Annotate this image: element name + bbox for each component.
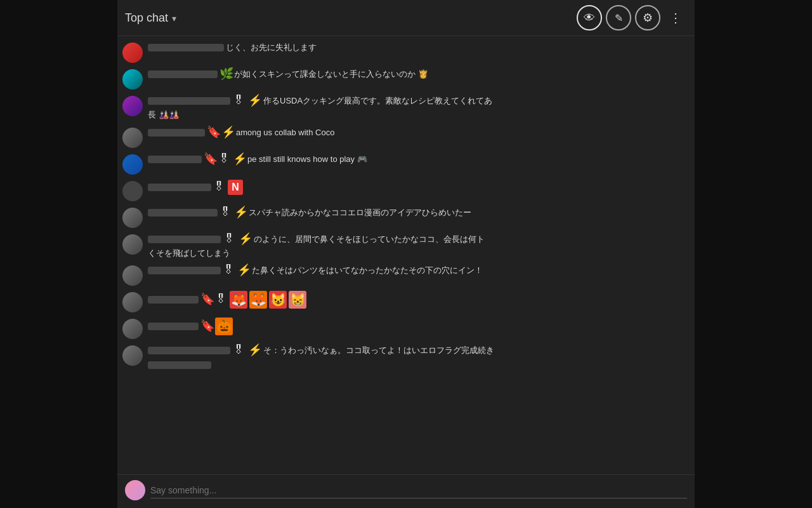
chat-header: Top chat ▾ 👁 ✎ ⚙ ⋮: [117, 0, 695, 36]
sticker-badge: 🦊: [249, 291, 267, 309]
sticker-badge: 😸: [289, 291, 306, 309]
avatar: [122, 128, 143, 148]
table-row: 🌿 が如くスキンって課金しないと手に入らないのか 👸: [117, 65, 695, 92]
chat-input-area: [117, 474, 695, 508]
edit-button[interactable]: ✎: [606, 5, 631, 30]
chat-input-row: [125, 480, 687, 500]
badge-icon: 🎖: [223, 233, 236, 246]
username-blur: [148, 347, 230, 354]
more-icon: ⋮: [669, 10, 683, 25]
badge-icon: ⚡: [234, 206, 247, 219]
table-row: 🔖 🎃: [117, 315, 695, 342]
badge-icon: 🎖: [213, 181, 226, 194]
table-row: 🎖 ⚡ のように、居間で鼻くそをほじっていたかなココ、会長は何ト くそを飛ばして…: [117, 231, 695, 262]
badge-icon: 🎖: [219, 206, 232, 219]
header-actions: 👁 ✎ ⚙ ⋮: [577, 5, 687, 30]
message-text-2: 長 🎎🎎: [148, 110, 179, 119]
username-blur: [148, 296, 199, 304]
chat-panel: Top chat ▾ 👁 ✎ ⚙ ⋮ じく、お先に失礼します: [117, 0, 695, 508]
username-blur: [148, 97, 230, 105]
badge-icon: 🎖: [223, 264, 235, 277]
message-content: 🔖 ⚡ among us collab with Coco: [148, 126, 687, 139]
sticker-badge: 🦊: [230, 291, 247, 309]
message-content: 🎖 ⚡ た鼻くそはパンツをはいてなかったかなたその下の穴にイン！: [148, 264, 687, 277]
table-row: 🎖 N: [117, 177, 695, 204]
avatar: [122, 234, 143, 255]
table-row: じく、お先に失礼します: [117, 39, 695, 65]
badge-icon: ⚡: [237, 264, 250, 277]
chat-title-dropdown[interactable]: Top chat ▾: [125, 11, 176, 25]
username-blur: [148, 209, 218, 217]
message-text: そ：うわっ汚いなぁ。ココ取ってよ！はいエロフラグ完成続き: [263, 344, 494, 357]
badge-icon: 🔖: [207, 126, 219, 139]
message-text: じく、お先に失礼します: [226, 41, 317, 54]
badge-icon: 🔖: [200, 293, 213, 306]
badge-icon: 🌿: [219, 68, 232, 81]
username-blur: [148, 323, 199, 330]
message-text: が如くスキンって課金しないと手に入らないのか 👸: [234, 68, 428, 81]
username-blur: [148, 44, 224, 51]
table-row: 🔖 ⚡ among us collab with Coco: [117, 124, 695, 150]
table-row: 🎖 ⚡ た鼻くそはパンツをはいてなかったかなたその下の穴にイン！: [117, 262, 695, 288]
message-content: 🎖 ⚡ のように、居間で鼻くそをほじっていたかなココ、会長は何ト くそを飛ばして…: [148, 233, 687, 260]
text-blur: [148, 361, 211, 369]
username-blur: [148, 156, 202, 163]
message-text: 作るUSDAクッキング最高です。素敵なレシピ教えてくれてあ: [263, 95, 492, 107]
badge-icon: 🎖: [233, 95, 246, 107]
message-content: 🔖 🎖 ⚡ pe still still knows how to play 🎮: [148, 153, 687, 166]
sticker-badge: 😺: [269, 291, 287, 309]
table-row: 🎖 ⚡ 作るUSDAクッキング最高です。素敵なレシピ教えてくれてあ 長 🎎🎎: [117, 92, 695, 124]
avatar: [122, 181, 143, 201]
table-row: 🔖 🎖 ⚡ pe still still knows how to play 🎮: [117, 150, 695, 177]
message-content: 🔖 🎃: [148, 318, 687, 335]
message-content: 🔖 🎖 🦊 🦊 😺 😸: [148, 291, 687, 309]
chat-messages-list: じく、お先に失礼します 🌿 が如くスキンって課金しないと手に入らないのか 👸 🎖…: [117, 36, 695, 474]
table-row: 🎖 ⚡ そ：うわっ汚いなぁ。ココ取ってよ！はいエロフラグ完成続き: [117, 342, 695, 373]
chat-title: Top chat: [125, 11, 168, 25]
avatar: [122, 208, 143, 228]
badge-icon: 🎖: [215, 293, 228, 306]
avatar: [122, 154, 143, 175]
message-content: 🌿 が如くスキンって課金しないと手に入らないのか 👸: [148, 68, 687, 81]
avatar: [122, 265, 143, 286]
settings-button[interactable]: ⚙: [635, 5, 660, 30]
username-blur: [148, 184, 211, 191]
table-row: 🔖 🎖 🦊 🦊 😺 😸: [117, 288, 695, 315]
message-text: のように、居間で鼻くそをほじっていたかなココ、会長は何ト: [254, 233, 485, 246]
avatar: [122, 292, 143, 312]
badge-icon: ⚡: [248, 95, 261, 107]
n-badge: N: [228, 180, 243, 195]
eye-button[interactable]: 👁: [577, 5, 602, 30]
badge-icon: 🎖: [233, 344, 246, 357]
message-content: 🎖 ⚡ そ：うわっ汚いなぁ。ココ取ってよ！はいエロフラグ完成続き: [148, 344, 687, 371]
message-text: スパチャ読みからかなココエロ漫画のアイデアひらめいたー: [249, 206, 471, 219]
more-options-button[interactable]: ⋮: [664, 6, 687, 29]
right-area: [695, 0, 812, 508]
message-content: じく、お先に失礼します: [148, 41, 687, 54]
settings-icon: ⚙: [643, 11, 653, 25]
message-text: た鼻くそはパンツをはいてなかったかなたその下の穴にイン！: [252, 264, 483, 277]
username-blur: [148, 267, 221, 274]
avatar: [122, 319, 143, 339]
message-content: 🎖 ⚡ 作るUSDAクッキング最高です。素敵なレシピ教えてくれてあ 長 🎎🎎: [148, 95, 687, 121]
avatar: [122, 43, 143, 63]
message-text: pe still still knows how to play 🎮: [247, 153, 367, 166]
badge-icon: ⚡: [233, 153, 246, 166]
left-area: [0, 0, 117, 508]
message-content: 🎖 N: [148, 180, 687, 195]
sticker-badge: 🎃: [215, 318, 233, 335]
badge-icon: 🎖: [218, 153, 231, 166]
username-blur: [148, 236, 221, 243]
badge-icon: 🔖: [200, 320, 213, 333]
avatar: [122, 345, 143, 366]
table-row: 🎖 ⚡ スパチャ読みからかなココエロ漫画のアイデアひらめいたー: [117, 204, 695, 231]
chat-input[interactable]: [150, 483, 687, 498]
message-text-2: くそを飛ばしてしまう: [148, 248, 230, 258]
message-text: among us collab with Coco: [236, 126, 334, 139]
badge-icon: ⚡: [239, 233, 251, 246]
message-content: 🎖 ⚡ スパチャ読みからかなココエロ漫画のアイデアひらめいたー: [148, 206, 687, 219]
edit-icon: ✎: [615, 12, 623, 24]
user-avatar: [125, 480, 145, 500]
badge-icon: 🔖: [204, 153, 216, 166]
avatar: [122, 96, 143, 116]
